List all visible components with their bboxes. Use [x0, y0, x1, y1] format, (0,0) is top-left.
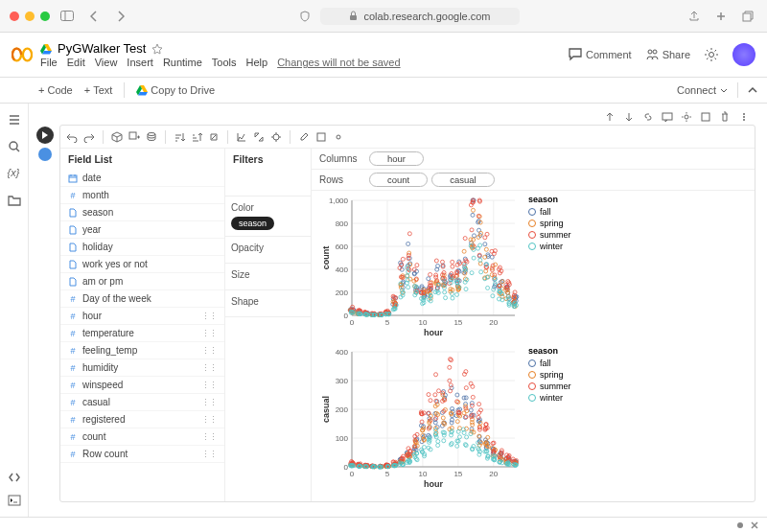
drag-handle-icon[interactable]: ⋮⋮ — [201, 450, 217, 459]
svg-text:10: 10 — [418, 318, 427, 327]
drag-handle-icon[interactable]: ⋮⋮ — [201, 398, 217, 407]
move-up-icon[interactable] — [604, 111, 616, 123]
settings-cell-icon[interactable] — [681, 111, 692, 123]
shelf-pill[interactable]: count — [369, 173, 428, 187]
field-item[interactable]: #temperature⋮⋮ — [60, 325, 224, 342]
user-avatar[interactable] — [732, 43, 755, 66]
drag-handle-icon[interactable]: ⋮⋮ — [201, 381, 217, 390]
field-item[interactable]: work yes or not — [60, 256, 224, 273]
redo-icon[interactable] — [83, 131, 95, 143]
move-down-icon[interactable] — [623, 111, 635, 123]
window-close[interactable] — [10, 12, 19, 21]
address-bar[interactable]: colab.research.google.com — [320, 8, 519, 25]
toc-icon[interactable] — [8, 113, 21, 127]
star-icon[interactable] — [151, 43, 163, 55]
drag-handle-icon[interactable]: ⋮⋮ — [201, 415, 217, 425]
shield-icon[interactable] — [295, 9, 314, 24]
undo-icon[interactable] — [66, 131, 78, 143]
resize-icon[interactable] — [253, 131, 265, 143]
new-tab-icon[interactable] — [711, 9, 731, 24]
stack-icon[interactable] — [146, 131, 157, 143]
sort-asc-icon[interactable] — [174, 131, 185, 143]
filters-drop-zone[interactable] — [225, 170, 311, 197]
variables-icon[interactable]: {x} — [8, 167, 21, 180]
drag-handle-icon[interactable]: ⋮⋮ — [201, 329, 217, 338]
sidebar-toggle-icon[interactable] — [58, 9, 77, 24]
window-maximize[interactable] — [40, 12, 50, 21]
cube-icon[interactable] — [111, 131, 123, 143]
field-item[interactable]: year — [60, 221, 224, 239]
color-pill[interactable]: season — [231, 217, 274, 230]
field-item[interactable]: #humidity⋮⋮ — [60, 359, 224, 377]
add-chart-icon[interactable] — [128, 131, 140, 143]
field-item[interactable]: #Day of the week — [60, 290, 224, 308]
forward-button[interactable] — [111, 9, 130, 24]
drag-handle-icon[interactable]: ⋮⋮ — [201, 363, 217, 373]
menu-help[interactable]: Help — [246, 57, 268, 68]
field-item[interactable]: season — [60, 204, 224, 221]
changes-status[interactable]: Changes will not be saved — [277, 57, 400, 68]
share-button[interactable]: Share — [645, 48, 690, 61]
field-item[interactable]: #count⋮⋮ — [60, 428, 224, 446]
tabs-icon[interactable] — [738, 9, 757, 24]
field-item[interactable]: holiday — [60, 239, 224, 256]
color-shelf[interactable]: Color season — [225, 197, 311, 237]
collapse-icon[interactable] — [748, 84, 757, 96]
drag-handle-icon[interactable]: ⋮⋮ — [201, 346, 217, 356]
menu-tools[interactable]: Tools — [212, 57, 237, 68]
terminal-icon[interactable] — [8, 494, 21, 507]
field-item[interactable]: date — [60, 170, 224, 187]
config-icon[interactable] — [333, 131, 344, 143]
menu-runtime[interactable]: Runtime — [163, 57, 202, 68]
search-rail-icon[interactable] — [8, 140, 21, 153]
mirror-icon[interactable] — [700, 111, 711, 123]
link-icon[interactable] — [642, 111, 654, 123]
opacity-shelf[interactable]: Opacity — [225, 237, 311, 264]
run-cell-button[interactable] — [36, 127, 54, 144]
shelf-pill[interactable]: hour — [369, 151, 424, 166]
files-icon[interactable] — [8, 194, 21, 207]
columns-shelf[interactable]: Columns hour — [312, 149, 755, 170]
field-item[interactable]: #registered⋮⋮ — [60, 411, 224, 428]
settings-icon[interactable] — [704, 47, 719, 62]
document-title[interactable]: PyGWalker Test — [58, 41, 146, 56]
field-item[interactable]: #Row count⋮⋮ — [60, 446, 224, 463]
menu-edit[interactable]: Edit — [67, 57, 85, 68]
comment-cell-icon[interactable] — [662, 111, 673, 123]
drag-handle-icon[interactable]: ⋮⋮ — [201, 312, 217, 321]
field-item[interactable]: #winspeed⋮⋮ — [60, 377, 224, 394]
menu-view[interactable]: View — [95, 57, 118, 68]
code-snippets-icon[interactable] — [8, 471, 21, 484]
menu-insert[interactable]: Insert — [127, 57, 153, 68]
share-icon[interactable] — [685, 9, 704, 24]
add-code-button[interactable]: + Code — [38, 84, 73, 96]
field-item[interactable]: #hour⋮⋮ — [60, 308, 224, 325]
field-item[interactable]: #feeling_temp⋮⋮ — [60, 342, 224, 359]
rows-shelf[interactable]: Rows countcasual — [312, 170, 755, 191]
close-footer-icon[interactable] — [750, 520, 759, 530]
copy-to-drive-button[interactable]: Copy to Drive — [136, 84, 215, 96]
colab-logo[interactable] — [12, 44, 33, 65]
axes-icon[interactable] — [236, 131, 247, 143]
add-text-button[interactable]: + Text — [84, 84, 113, 96]
field-item[interactable]: am or pm — [60, 273, 224, 290]
shape-shelf[interactable]: Shape — [225, 290, 311, 317]
drag-handle-icon[interactable]: ⋮⋮ — [201, 432, 217, 442]
delete-cell-icon[interactable] — [719, 111, 731, 123]
connect-button[interactable]: Connect — [677, 84, 728, 96]
size-shelf[interactable]: Size — [225, 264, 311, 290]
shelf-pill[interactable]: casual — [431, 173, 494, 187]
debug-icon[interactable] — [270, 131, 282, 143]
menu-file[interactable]: File — [40, 57, 58, 68]
field-item[interactable]: #casual⋮⋮ — [60, 394, 224, 411]
more-icon[interactable] — [738, 111, 750, 123]
brush-icon[interactable] — [298, 131, 310, 143]
comment-button[interactable]: Comment — [569, 48, 632, 61]
status-dot-icon — [736, 521, 744, 529]
export-icon[interactable] — [315, 131, 327, 143]
sort-desc-icon[interactable] — [191, 131, 202, 143]
field-item[interactable]: #month — [60, 187, 224, 204]
window-minimize[interactable] — [25, 12, 35, 21]
transpose-icon[interactable] — [208, 131, 220, 143]
back-button[interactable] — [84, 9, 104, 24]
